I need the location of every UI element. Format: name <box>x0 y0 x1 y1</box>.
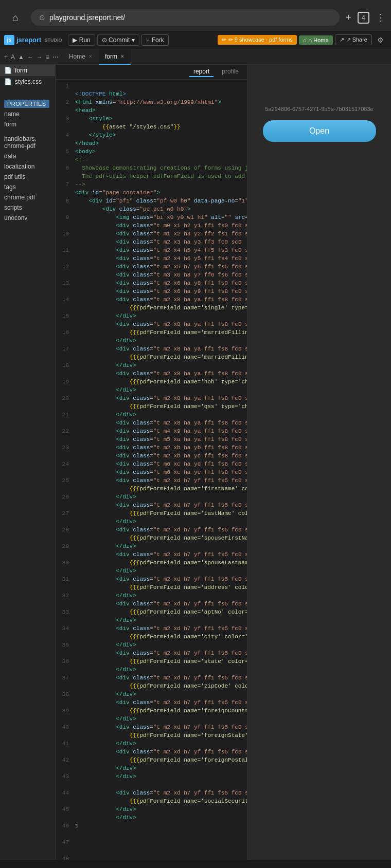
sidebar: 📄 form 📄 styles.css Properties name form… <box>0 65 56 860</box>
tab-bar-actions: + A ▲ ← → ≡ ⋯ <box>4 53 59 61</box>
browser-actions: + 4 ⋮ <box>346 12 385 24</box>
new-tab-button[interactable]: + <box>346 12 351 23</box>
code-tab-profile[interactable]: profile <box>218 67 243 77</box>
commit-dropdown-arrow: ▾ <box>132 36 135 44</box>
preview-open-button[interactable]: Open <box>263 120 376 142</box>
browser-home-button[interactable]: ⌂ <box>6 8 25 27</box>
code-header: report profile <box>56 65 247 80</box>
run-label: ▶ Run <box>73 36 90 44</box>
tab-home[interactable]: Home ✕ <box>63 49 99 65</box>
sidebar-item-styles[interactable]: 📄 styles.css <box>0 76 55 87</box>
home-label: ⌂ Home <box>309 37 329 43</box>
localization-label: localization <box>4 163 34 170</box>
property-name-label: name <box>0 109 55 119</box>
toolbar-right: ✏ ✏ 9 showcase · pdf forms ⌂ ⌂ Home ↗ ↗ … <box>218 34 387 46</box>
preview-panel: 5a294806-6757-4271-9b5a-7b031517083e Ope… <box>247 65 391 860</box>
property-name-value: form <box>0 119 55 130</box>
styles-file-label: styles.css <box>15 78 42 85</box>
tab-form-close[interactable]: ✕ <box>120 54 125 59</box>
browser-chrome: ⌂ ⊙ playground.jsreport.net/ + 4 ⋮ <box>0 0 391 31</box>
name-key: name <box>4 110 20 118</box>
forward-button[interactable]: → <box>37 53 43 61</box>
fork-label: ⑂ Fork <box>146 36 164 44</box>
sidebar-item-chromepdf[interactable]: chrome pdf <box>0 192 55 202</box>
preview-id: 5a294806-6757-4271-9b5a-7b031517083e <box>265 106 373 112</box>
browser-top-bar: ⌂ ⊙ playground.jsreport.net/ + 4 ⋮ <box>6 4 385 31</box>
sidebar-item-unoconv[interactable]: unoconv <box>0 213 55 223</box>
home-app-button[interactable]: ⌂ ⌂ Home <box>299 35 333 45</box>
form-file-label: form <box>15 67 27 74</box>
app-logo-text: jsreport <box>16 36 41 44</box>
sidebar-item-pdfutils[interactable]: pdf utils <box>0 172 55 182</box>
name-value: form <box>4 121 16 128</box>
back-button[interactable]: ← <box>27 53 33 61</box>
sidebar-item-localization[interactable]: localization <box>0 161 55 172</box>
code-area: 1 2 3 4 5 6 7 8 9 10 11 12 13 14 15 16 1… <box>56 80 247 860</box>
dots-button[interactable]: ⋯ <box>52 53 59 61</box>
address-text: playground.jsreport.net/ <box>49 13 125 22</box>
app-logo: js jsreport STUDIO <box>4 35 62 45</box>
tab-form[interactable]: form ✕ <box>99 49 131 65</box>
form-file-icon: 📄 <box>4 67 12 74</box>
search-button[interactable]: ▲ <box>18 53 24 61</box>
sidebar-item-form[interactable]: 📄 form <box>0 65 55 76</box>
sidebar-item-scripts[interactable]: scripts <box>0 202 55 213</box>
showcase-text: ✏ 9 showcase · pdf forms <box>228 36 293 43</box>
app-logo-sub: STUDIO <box>44 38 62 43</box>
settings-button[interactable]: ⚙ <box>374 34 387 46</box>
styles-file-icon: 📄 <box>4 78 12 85</box>
scripts-label: scripts <box>4 204 22 211</box>
app-toolbar: js jsreport STUDIO ▶ Run ⊙ Commit ▾ ⑂ Fo… <box>0 31 391 49</box>
run-button[interactable]: ▶ Run <box>68 34 95 46</box>
line-numbers: 1 2 3 4 5 6 7 8 9 10 11 12 13 14 15 16 1… <box>56 80 72 860</box>
tags-label: tags <box>4 183 16 191</box>
address-bar[interactable]: ⊙ playground.jsreport.net/ <box>31 9 340 26</box>
home-icon: ⌂ <box>303 37 307 43</box>
browser-menu-button[interactable]: ⋮ <box>376 12 385 23</box>
showcase-badge[interactable]: ✏ ✏ 9 showcase · pdf forms <box>218 35 297 45</box>
data-label: data <box>4 153 16 160</box>
fork-button[interactable]: ⑂ Fork <box>141 34 168 46</box>
code-tab-report[interactable]: report <box>189 67 214 77</box>
properties-section: Properties <box>0 96 55 109</box>
share-icon: ↗ <box>340 36 344 43</box>
code-editor: report profile 1 2 3 4 5 6 7 8 9 10 11 1… <box>56 65 247 860</box>
address-icon: ⊙ <box>39 13 45 22</box>
share-label: ↗ Share <box>346 36 367 43</box>
tab-close-placeholder: ✕ <box>88 54 93 59</box>
tab-bar: + A ▲ ← → ≡ ⋯ Home ✕ form ✕ <box>0 49 391 65</box>
chromepdf-label: chrome pdf <box>4 194 35 201</box>
pdfutils-label: pdf utils <box>4 173 25 180</box>
app-logo-icon: js <box>4 35 14 45</box>
font-size-button[interactable]: A <box>11 53 15 61</box>
main-layout: 📄 form 📄 styles.css Properties name form… <box>0 65 391 860</box>
tab-form-label: form <box>105 53 117 60</box>
more-button[interactable]: ≡ <box>46 53 49 61</box>
unoconv-label: unoconv <box>4 214 27 221</box>
tab-count[interactable]: 4 <box>358 12 369 24</box>
new-file-button[interactable]: + <box>4 53 8 61</box>
commit-button[interactable]: ⊙ Commit ▾ <box>97 34 140 46</box>
tab-home-label: Home <box>69 53 85 60</box>
sidebar-item-handlebars[interactable]: handlebars, chrome-pdf <box>0 134 55 151</box>
sidebar-item-data[interactable]: data <box>0 151 55 161</box>
code-content[interactable]: <!DOCTYPE html> <html xmlns="http://www.… <box>72 80 247 860</box>
handlebars-label: handlebars, chrome-pdf <box>4 135 37 150</box>
commit-label: ⊙ Commit <box>102 36 130 44</box>
share-button[interactable]: ↗ ↗ Share <box>335 34 372 45</box>
sidebar-item-tags[interactable]: tags <box>0 182 55 192</box>
pencil-icon: ✏ <box>222 36 226 43</box>
properties-label: Properties <box>4 100 49 108</box>
